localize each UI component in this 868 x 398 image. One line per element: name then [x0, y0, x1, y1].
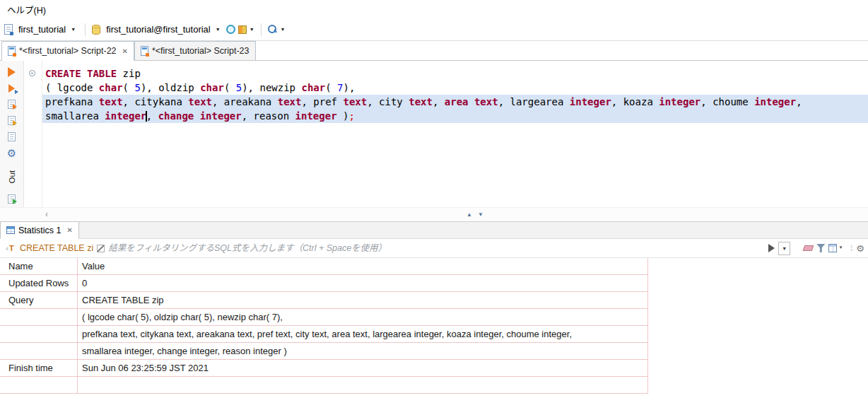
stats-tab-label: Statistics 1: [18, 226, 61, 235]
results-tab-bar: Statistics 1 ✕: [0, 221, 868, 239]
sql-token: area: [445, 96, 469, 107]
cell-value[interactable]: 0: [78, 275, 648, 292]
code-line-4[interactable]: smallarea integer, change integer, reaso…: [42, 109, 868, 123]
sql-filter-icon: [4, 244, 16, 252]
code-line-2[interactable]: ( lgcode char( 5), oldzip char( 5), newz…: [42, 81, 868, 95]
results-row-1: Updated Rows0: [0, 275, 868, 292]
sql-token: ), newzip: [242, 82, 301, 93]
sql-script-icon: [141, 46, 148, 56]
cell-filler: [648, 309, 868, 326]
code-line-1[interactable]: CREATE TABLE zip: [42, 66, 868, 81]
schema-selector[interactable]: first_tutorial@first_tutorial ▼: [103, 23, 223, 36]
chevron-down-icon[interactable]: ▼: [71, 27, 76, 32]
tab-statistics[interactable]: Statistics 1 ✕: [0, 221, 79, 239]
sql-token: (: [224, 82, 236, 93]
execute-new-tab-button[interactable]: [6, 99, 18, 110]
connection-selector[interactable]: first_tutorial ▼: [16, 23, 78, 36]
cell-value[interactable]: [78, 377, 648, 394]
editor-tab-1[interactable]: *<first_tutorial> Script-22✕: [1, 41, 134, 61]
editor-settings-button[interactable]: ⚙: [6, 148, 18, 158]
scroll-left-icon[interactable]: ‹: [45, 209, 48, 219]
layout-grid-icon[interactable]: [238, 25, 247, 34]
toolbar-separator: [261, 23, 262, 36]
chevron-down-icon[interactable]: ▼: [281, 27, 286, 32]
cell-name[interactable]: [0, 343, 78, 360]
sql-token: 5: [236, 82, 242, 93]
execute-statement-button[interactable]: [6, 66, 18, 77]
minimize-panel-icon[interactable]: ▼: [478, 211, 483, 218]
cell-name[interactable]: [0, 326, 78, 343]
editor-tab-2[interactable]: *<first_tutorial> Script-23: [134, 41, 256, 60]
sql-token: integer: [200, 110, 242, 122]
editor-toolbar: ⚙ Out: [0, 61, 24, 207]
sql-token: integer: [105, 110, 146, 122]
chevron-down-icon[interactable]: ▼: [250, 27, 254, 32]
cell-value[interactable]: prefkana text, citykana text, areakana t…: [78, 326, 648, 343]
active-query-text[interactable]: CREATE TABLE zi: [20, 243, 93, 253]
cell-filler: [648, 292, 868, 309]
sql-token: char: [99, 82, 123, 93]
menu-help[interactable]: ヘルプ(H): [3, 1, 50, 18]
sql-token: , citykana: [123, 96, 189, 107]
sql-token: text: [343, 96, 367, 107]
close-tab-icon[interactable]: ✕: [122, 47, 128, 55]
output-panel-tab[interactable]: Out: [8, 170, 16, 184]
grid-options-icon[interactable]: [828, 244, 837, 252]
toggle-panel-button[interactable]: [6, 194, 18, 204]
export-from-query-button[interactable]: [6, 115, 18, 126]
apply-filter-button[interactable]: [768, 244, 775, 252]
sql-token: integer: [659, 96, 700, 107]
filter-funnel-icon[interactable]: [816, 244, 825, 252]
globe-icon[interactable]: [226, 25, 235, 34]
editor-splitter[interactable]: ‹ ▲ ▼: [0, 207, 868, 221]
mini-arrow-icon: [15, 90, 18, 94]
explain-plan-button[interactable]: [6, 131, 18, 142]
code-area[interactable]: CREATE TABLE zip( lgcode char( 5), oldzi…: [42, 61, 868, 207]
sql-token: text: [188, 96, 212, 107]
chevron-down-icon[interactable]: ▼: [216, 27, 221, 32]
cell-name[interactable]: Updated Rows: [0, 275, 78, 292]
sql-token: ): [337, 110, 349, 122]
execute-script-button[interactable]: [6, 83, 18, 93]
filter-history-dropdown[interactable]: ▼: [778, 242, 790, 255]
sql-token: [194, 110, 199, 122]
eraser-icon[interactable]: [803, 245, 814, 251]
filter-input[interactable]: [108, 241, 763, 255]
cell-value[interactable]: Sun Jun 06 23:25:59 JST 2021: [78, 360, 648, 377]
sql-token: zip: [117, 68, 141, 79]
sql-token: prefkana: [45, 96, 99, 107]
sql-token: (: [123, 82, 135, 93]
results-row-7: [0, 377, 868, 394]
results-row-6: Finish timeSun Jun 06 23:25:59 JST 2021: [0, 360, 868, 377]
toolbar-separator: [85, 23, 86, 36]
cell-value[interactable]: smallarea integer, change integer, reaso…: [78, 343, 648, 360]
cell-name[interactable]: [0, 377, 78, 394]
play-icon: [8, 67, 16, 77]
code-line-3[interactable]: prefkana text, citykana text, areakana t…: [42, 95, 868, 109]
cell-name[interactable]: Query: [0, 292, 78, 309]
sql-token: text: [99, 96, 123, 107]
sql-token: char: [301, 82, 325, 93]
sql-token: text: [409, 96, 433, 107]
close-icon[interactable]: ✕: [66, 226, 72, 234]
sql-token: , areakana: [212, 96, 278, 107]
fold-collapse-icon[interactable]: [29, 70, 35, 76]
search-icon[interactable]: [268, 25, 278, 35]
app-window: ヘルプ(H) first_tutorial ▼ first_tutorial@f…: [0, 0, 868, 398]
cell-filler: [648, 377, 868, 394]
script-icon: [8, 132, 16, 141]
cell-value[interactable]: ( lgcode char( 5), oldzip char( 5), newz…: [78, 309, 648, 326]
results-row-5: smallarea integer, change integer, reaso…: [0, 343, 868, 360]
settings-gear-icon[interactable]: ⚙: [856, 244, 864, 253]
cell-value[interactable]: CREATE TABLE zip: [78, 292, 648, 309]
cell-name[interactable]: Finish time: [0, 360, 78, 377]
sql-token: 5: [134, 82, 140, 93]
maximize-panel-icon[interactable]: ▲: [467, 211, 472, 218]
script-arrow-icon: [8, 100, 16, 109]
cell-name[interactable]: [0, 309, 78, 326]
expand-filter-icon[interactable]: [97, 245, 105, 252]
sql-token: (: [325, 82, 337, 93]
sql-token: ), oldzip: [141, 82, 200, 93]
gear-icon: ⚙: [7, 148, 16, 158]
drag-dots-icon: ⁞: [850, 244, 852, 252]
